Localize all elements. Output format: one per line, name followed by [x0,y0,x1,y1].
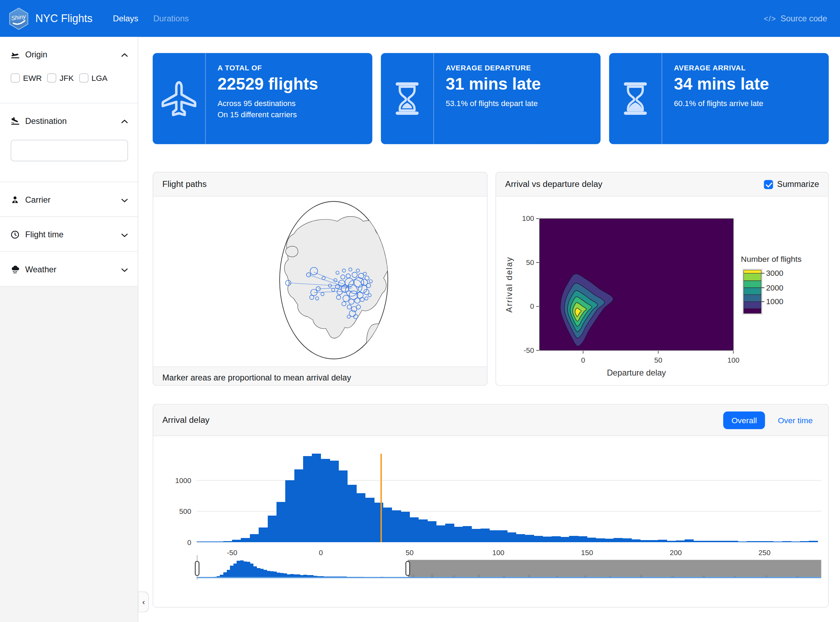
clock-icon [11,230,21,239]
value-box-title: A TOTAL OF [217,64,318,72]
cloud-rain-icon [11,265,21,274]
flight-paths-map[interactable] [153,197,487,366]
svg-text:Number of flights: Number of flights [741,255,802,264]
value-box-subtitle: 60.1% of flights arrive late [674,98,769,109]
svg-text:200: 200 [669,549,681,556]
sidebar-section-origin: Origin EWR JFK [0,37,137,104]
svg-text:0: 0 [187,538,191,546]
hourglass-icon [381,53,434,144]
sidebar-section-destination: Destination [0,103,137,182]
value-box-total-flights: A TOTAL OF 22529 flights Across 95 desti… [152,53,372,144]
svg-text:100: 100 [727,356,739,364]
checkbox-lga-box[interactable] [79,73,88,82]
destination-label: Destination [25,116,67,126]
svg-text:100: 100 [522,214,534,222]
value-box-avg-arrival: AVERAGE ARRIVAL 34 mins late 60.1% of fl… [609,53,829,144]
carrier-label: Carrier [25,195,51,205]
checkbox-jfk-label: JFK [59,73,74,82]
sidebar-section-weather: Weather [0,252,137,286]
sidebar-collapse-toggle[interactable]: ‹ [138,592,149,613]
checkbox-jfk-box[interactable] [47,73,56,82]
value-box-title: AVERAGE ARRIVAL [674,64,769,72]
tab-durations[interactable]: Durations [153,14,189,23]
hourglass-icon [609,53,662,144]
svg-text:Arrival delay: Arrival delay [505,256,514,313]
weather-header[interactable]: Weather [0,252,137,286]
svg-text:3000: 3000 [766,269,783,277]
value-box-value: 34 mins late [674,74,769,95]
rangeslider-left-handle[interactable] [195,561,199,575]
rangeslider-right-handle[interactable] [406,561,410,575]
origin-label: Origin [25,50,47,59]
checkbox-ewr-box[interactable] [11,73,20,82]
sidebar-section-flight-time: Flight time [0,217,137,252]
value-box-avg-departure: AVERAGE DEPARTURE 31 mins late 53.1% of … [381,53,601,144]
arrival-delay-card: Arrival delay Overall Over time 05001000… [152,404,829,608]
flight-time-header[interactable]: Flight time [0,217,137,251]
density-plot[interactable]: 100500-50050100Arrival delayDeparture de… [496,197,828,386]
svg-text:50: 50 [526,258,534,266]
navbar: Shiny NYC Flights Delays Durations </> S… [0,0,840,37]
sidebar: Origin EWR JFK [0,37,138,622]
checkbox-ewr-label: EWR [23,73,42,82]
checkbox-ewr[interactable]: EWR [11,73,42,82]
chevron-up-icon [121,116,128,126]
svg-text:1000: 1000 [766,297,783,306]
flight-paths-card: Flight paths [152,172,488,386]
arrival-vs-departure-card: Arrival vs departure delay Summarize 100… [495,172,829,386]
chevron-down-icon [121,265,128,274]
summarize-control: Summarize [764,180,819,189]
svg-text:-50: -50 [227,549,237,556]
plane-icon [152,53,206,144]
destination-header[interactable]: Destination [0,103,137,137]
svg-text:Departure delay: Departure delay [607,368,666,377]
value-box-row: A TOTAL OF 22529 flights Across 95 desti… [152,53,829,144]
svg-text:0: 0 [581,356,585,364]
summarize-checkbox[interactable] [764,180,773,189]
arrival-delay-histogram[interactable]: 05001000-50050100150200250 [153,436,828,608]
navbar-brand[interactable]: NYC Flights [35,12,92,24]
over-time-button[interactable]: Over time [776,411,815,429]
source-code-link[interactable]: </> Source code [764,14,827,23]
plane-arrival-icon [11,117,21,125]
arrival-delay-title: Arrival delay [162,415,210,425]
svg-text:2000: 2000 [766,284,783,292]
overall-button[interactable]: Overall [723,411,765,429]
svg-text:100: 100 [492,549,504,556]
code-icon: </> [764,14,776,23]
svg-text:0: 0 [319,549,323,556]
svg-text:50: 50 [654,356,662,364]
weather-label: Weather [25,265,56,274]
destination-input[interactable] [11,140,128,161]
app: Shiny NYC Flights Delays Durations </> S… [0,0,840,622]
origin-checkbox-group: EWR JFK LGA [11,73,128,82]
arrival-vs-departure-title: Arrival vs departure delay [505,180,602,189]
value-box-subtitle: On 15 different carriers [217,109,318,120]
svg-text:250: 250 [758,549,770,556]
svg-text:500: 500 [179,507,191,515]
origin-header[interactable]: Origin [0,37,137,72]
flight-paths-title: Flight paths [162,180,207,189]
sidebar-section-carrier: Carrier [0,182,137,216]
svg-text:150: 150 [581,549,593,556]
checkbox-lga[interactable]: LGA [79,73,107,82]
summarize-label: Summarize [777,180,819,189]
user-icon [11,196,21,204]
sidebar-background [0,287,137,622]
svg-text:0: 0 [530,302,534,310]
value-box-subtitle: Across 95 destinations [217,98,318,109]
checkbox-jfk[interactable]: JFK [47,73,74,82]
flight-time-label: Flight time [25,230,63,240]
value-box-value: 22529 flights [217,74,318,95]
svg-text:-50: -50 [524,346,534,354]
carrier-header[interactable]: Carrier [0,182,137,216]
navbar-tabs: Delays Durations [113,14,189,23]
plane-departure-icon [11,50,21,59]
chevron-up-icon [121,50,128,59]
checkbox-lga-label: LGA [91,73,107,82]
svg-text:1000: 1000 [175,476,191,485]
tab-delays[interactable]: Delays [113,14,139,23]
value-box-value: 31 mins late [445,74,541,95]
value-box-subtitle: 53.1% of flights depart late [445,98,541,109]
chevron-down-icon [121,195,128,205]
